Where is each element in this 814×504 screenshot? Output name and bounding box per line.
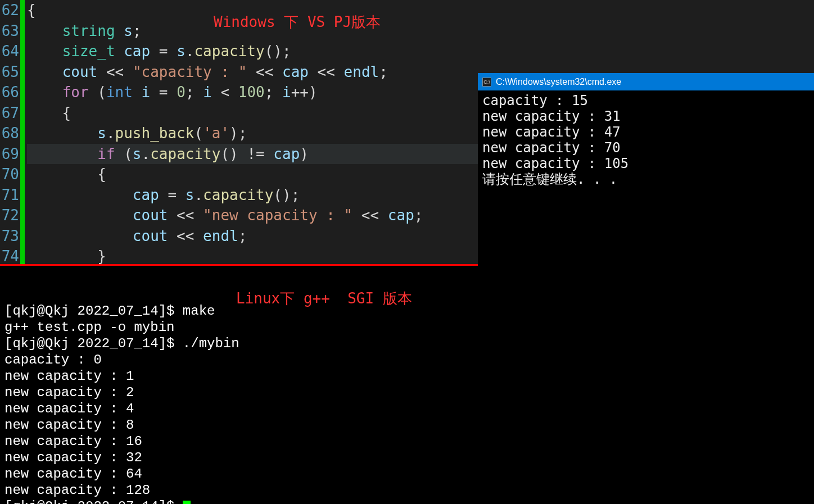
cmd-output-line: new capacity : 31 [482, 108, 810, 124]
line-number: 63 [0, 21, 19, 42]
line-number: 65 [0, 62, 19, 83]
cmd-output-line: 请按任意键继续. . . [482, 171, 810, 187]
line-number-gutter: 62636465666768697071727374 [0, 0, 20, 264]
line-number: 69 [0, 144, 19, 165]
line-number: 73 [0, 226, 19, 247]
cmd-output-line: capacity : 15 [482, 93, 810, 108]
code-editor-pane[interactable]: 62636465666768697071727374 { string s; s… [0, 0, 814, 266]
line-number: 62 [0, 0, 19, 21]
cmd-titlebar[interactable]: C:\ C:\Windows\system32\cmd.exe [478, 74, 814, 90]
terminal-line: new capacity : 8 [4, 417, 810, 433]
terminal-line: g++ test.cpp -o mybin [4, 319, 810, 335]
terminal-line: new capacity : 64 [4, 466, 810, 482]
terminal-line: new capacity : 32 [4, 449, 810, 466]
terminal-line: [qkj@Qkj 2022_07_14]$ [4, 498, 810, 504]
line-number: 74 [0, 246, 19, 267]
terminal-line: new capacity : 128 [4, 482, 810, 498]
code-line[interactable]: { [27, 0, 814, 21]
change-marker-strip [20, 0, 25, 264]
linux-terminal[interactable]: Linux下 g++ SGI 版本 [qkj@Qkj 2022_07_14]$ … [0, 266, 814, 504]
cmd-output[interactable]: capacity : 15new capacity : 31new capaci… [478, 90, 814, 189]
cmd-window[interactable]: C:\ C:\Windows\system32\cmd.exe capacity… [478, 73, 814, 266]
code-line[interactable]: size_t cap = s.capacity(); [27, 41, 814, 62]
annotation-windows-vs: Windows 下 VS PJ版本 [214, 12, 381, 32]
line-number: 64 [0, 41, 19, 62]
line-number: 70 [0, 164, 19, 185]
line-number: 68 [0, 123, 19, 144]
terminal-line: capacity : 0 [4, 352, 810, 368]
terminal-line: [qkj@Qkj 2022_07_14]$ ./mybin [4, 335, 810, 352]
cmd-output-line: new capacity : 70 [482, 140, 810, 156]
line-number: 71 [0, 185, 19, 206]
cmd-output-line: new capacity : 47 [482, 124, 810, 140]
terminal-cursor [183, 501, 191, 504]
terminal-line: new capacity : 1 [4, 368, 810, 384]
cmd-title-text: C:\Windows\system32\cmd.exe [496, 77, 621, 87]
code-line[interactable]: string s; [27, 21, 814, 42]
terminal-line: new capacity : 4 [4, 401, 810, 417]
line-number: 67 [0, 103, 19, 124]
line-number: 72 [0, 205, 19, 226]
terminal-line: new capacity : 2 [4, 384, 810, 401]
line-number: 66 [0, 82, 19, 103]
cmd-output-line: new capacity : 105 [482, 156, 810, 171]
terminal-line: new capacity : 16 [4, 433, 810, 449]
annotation-linux-gpp: Linux下 g++ SGI 版本 [236, 290, 412, 307]
cmd-icon: C:\ [482, 78, 491, 87]
